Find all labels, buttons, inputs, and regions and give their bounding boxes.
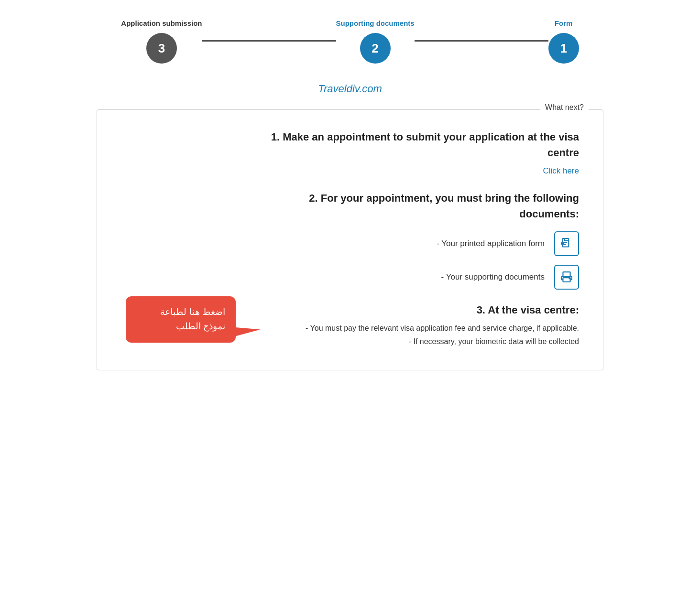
step-3-circle: 3 bbox=[146, 33, 177, 64]
step-1-label: Form bbox=[555, 19, 573, 27]
step-item-3: Application submission 3 bbox=[121, 19, 202, 64]
step-2-label: Supporting documents bbox=[336, 19, 415, 27]
print-application-form-button[interactable] bbox=[554, 231, 579, 256]
step-item-2: Supporting documents 2 bbox=[336, 19, 415, 64]
connector-2 bbox=[415, 40, 548, 42]
pdf-icon bbox=[560, 238, 573, 250]
doc-1-text: - Your printed application form bbox=[437, 239, 545, 248]
doc-row-1: - Your printed application form bbox=[121, 231, 579, 256]
svg-point-4 bbox=[569, 278, 570, 279]
what-next-box: What next? 1. Make an appointment to sub… bbox=[97, 109, 603, 370]
tooltip-text: اضغط هنا لطباعة نموذج الطلب bbox=[136, 305, 225, 334]
doc-row-2: - Your supporting documents bbox=[121, 265, 579, 290]
step-2-circle: 2 bbox=[360, 33, 391, 64]
print-supporting-docs-button[interactable] bbox=[554, 265, 579, 290]
step-1-circle: 1 bbox=[548, 33, 579, 64]
printer-icon bbox=[560, 271, 573, 283]
doc-2-text: - Your supporting documents bbox=[441, 272, 545, 282]
section-2-title: 2. For your appointment, you must bring … bbox=[121, 190, 579, 222]
click-here-link[interactable]: Click here bbox=[121, 166, 579, 176]
step-item-1: Form 1 bbox=[548, 19, 579, 64]
brand-text: Traveldiv.com bbox=[97, 83, 603, 95]
connector-1 bbox=[202, 40, 336, 42]
stepper: Application submission 3 Supporting docu… bbox=[97, 19, 603, 64]
svg-rect-2 bbox=[563, 272, 570, 277]
page-wrapper: Application submission 3 Supporting docu… bbox=[87, 0, 613, 389]
section-1-title: 1. Make an appointment to submit your ap… bbox=[121, 129, 579, 161]
tooltip-callout: اضغط هنا لطباعة نموذج الطلب bbox=[126, 296, 236, 343]
what-next-label: What next? bbox=[540, 103, 589, 112]
step-3-label: Application submission bbox=[121, 19, 202, 27]
